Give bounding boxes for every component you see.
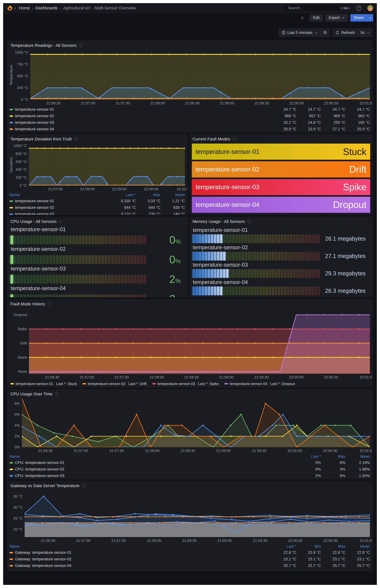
gauge-cell <box>232 252 235 261</box>
gateway-temperature-chart[interactable]: 21:56:3021:57:0021:57:3021:58:0021:58:30… <box>8 489 372 544</box>
info-icon[interactable]: i <box>232 137 236 141</box>
gauge-cell <box>108 294 111 298</box>
temperature-readings-chart[interactable]: 21:56:3021:57:0021:57:3021:58:0021:58:30… <box>8 49 372 106</box>
share-button[interactable]: Share <box>350 14 367 21</box>
series-color-swatch <box>10 558 13 560</box>
info-icon[interactable]: i <box>55 392 58 396</box>
edit-button[interactable]: Edit <box>310 14 323 21</box>
temperature-deviation-chart[interactable]: 21:57:0021:58:0021:59:0022:00:0022:01:00… <box>8 142 188 192</box>
gauge-cell <box>95 275 98 284</box>
info-icon[interactable]: i <box>79 44 83 47</box>
gauge-sensor-name: temperature-sensor-04 <box>193 279 370 285</box>
panel-title[interactable]: Temperature Deviation from Truth <box>10 137 72 142</box>
gauge-cell <box>199 269 201 278</box>
panel-title[interactable]: Gateway vs Data Server Temperature <box>10 483 79 488</box>
refresh-button[interactable]: Refresh <box>333 29 358 36</box>
help-icon[interactable]: ? <box>356 6 361 11</box>
legend-series-label[interactable]: temperature-sensor-01 <box>10 107 272 112</box>
avatar[interactable] <box>367 5 373 11</box>
legend-series-label[interactable]: temperature-sensor-03 <box>10 212 111 215</box>
gauge-sensor-name: temperature-sensor-02 <box>11 246 185 252</box>
star-icon[interactable]: ☆ <box>300 15 304 20</box>
legend-header-stat[interactable]: Max <box>321 544 345 549</box>
grafana-logo-icon[interactable] <box>7 5 13 11</box>
legend-series-label[interactable]: temperature-sensor-01Last *: Stuck <box>10 382 77 386</box>
fault-mode-history-chart[interactable]: 21:56:3021:57:0021:57:3021:58:0021:58:30… <box>8 307 372 380</box>
share-menu-button[interactable] <box>367 14 373 21</box>
legend-series-label[interactable]: Gateway: temperature-sensor-02 <box>10 557 272 561</box>
legend-header-name[interactable]: Name <box>10 544 272 549</box>
panel-title[interactable]: CPU Usage Over Time <box>10 392 53 396</box>
gauge-cell <box>95 294 98 298</box>
gauge-cell <box>36 275 39 284</box>
panel-title[interactable]: Memory Usage - All Sensors <box>192 219 245 224</box>
gauge-cell <box>40 294 42 298</box>
legend-header-name[interactable]: Name <box>10 454 296 459</box>
gauge-cell <box>214 286 216 295</box>
legend-series-label[interactable]: CPU: temperature-sensor-03 <box>10 474 296 478</box>
legend-header-stat[interactable]: Max <box>321 454 345 459</box>
panel-title[interactable]: Current Fault Modes <box>192 137 230 142</box>
time-range-picker[interactable]: Last 5 minutes <box>279 29 320 36</box>
refresh-interval-picker[interactable]: 5s <box>358 29 372 36</box>
fault-mode-stat: temperature-sensor-01Stuck <box>192 143 370 160</box>
legend-series-label[interactable]: temperature-sensor-02 <box>10 205 111 210</box>
gauge-cell <box>75 235 78 244</box>
gauge-line: 26.3 megabytes <box>192 286 370 295</box>
legend-series-label[interactable]: temperature-sensor-04Last *: Dropout <box>225 382 295 386</box>
gauge-cell <box>49 235 52 244</box>
info-icon[interactable]: i <box>74 137 78 141</box>
gauge-sensor-name: temperature-sensor-04 <box>11 285 185 291</box>
gauge-cell <box>69 235 72 244</box>
export-button[interactable]: Export <box>325 14 348 21</box>
legend-header-stat[interactable]: Mean <box>160 193 185 197</box>
legend-header-name[interactable]: Name <box>10 193 111 197</box>
svg-text:400 °C: 400 °C <box>16 167 27 172</box>
cpu-over-time-chart[interactable]: 21:56:3021:57:0021:57:3021:58:0021:58:30… <box>8 397 372 454</box>
gauge-cell <box>101 294 104 298</box>
breadcrumb-home[interactable]: Home <box>19 6 30 10</box>
legend-series-label[interactable]: temperature-sensor-03Last *: Spike <box>152 382 219 386</box>
info-icon[interactable]: i <box>47 302 51 306</box>
gauge-cell <box>114 275 117 284</box>
legend-header-stat[interactable]: Min <box>296 544 321 549</box>
legend-series-name: CPU: temperature-sensor-03 <box>15 474 64 478</box>
add-menu-button[interactable]: + <box>344 5 350 11</box>
legend-header-stat[interactable]: Last * <box>296 454 321 459</box>
info-icon[interactable]: i <box>247 220 251 224</box>
svg-text:22:00:00: 22:00:00 <box>289 375 304 379</box>
svg-text:0 °C: 0 °C <box>21 97 28 102</box>
panel-title[interactable]: Temperature Readings - All Sensors <box>10 43 76 48</box>
gauge-cell <box>232 269 235 278</box>
search-input[interactable]: ctrl+k <box>284 5 341 11</box>
legend-series-label[interactable]: temperature-sensor-02Last *: Drift <box>82 382 147 386</box>
zoom-out-button[interactable] <box>320 29 330 36</box>
legend-series-label[interactable]: CPU: temperature-sensor-02 <box>10 467 296 471</box>
legend-header-stat[interactable]: Mean <box>345 454 370 459</box>
gauge-line: 26.1 megabytes <box>192 234 370 243</box>
panel-title[interactable]: CPU Usage - All Sensors <box>10 219 57 224</box>
legend-series-label[interactable]: temperature-sensor-01 <box>10 199 111 203</box>
gauge-number: 27.1 megabytes <box>325 253 366 259</box>
search-field[interactable] <box>288 6 339 10</box>
legend-series-label[interactable]: temperature-sensor-03 <box>10 120 272 125</box>
legend-series-label[interactable]: Gateway: temperature-sensor-01 <box>10 550 272 555</box>
legend-header-stat[interactable]: Last * <box>111 193 136 197</box>
legend-header-stat[interactable]: Last * <box>272 544 296 549</box>
gauge-cell <box>223 286 226 295</box>
gauge-cell <box>117 275 120 284</box>
gauge-cell <box>208 286 210 295</box>
logo-chevron-down-icon[interactable] <box>14 7 16 9</box>
legend-header-stat[interactable]: Mean <box>345 544 370 549</box>
legend-series-label[interactable]: temperature-sensor-02 <box>10 114 272 118</box>
breadcrumb-dashboards[interactable]: Dashboards <box>35 6 57 10</box>
gauge-cell <box>311 252 314 261</box>
panel-current-fault-modes: Current Fault Modes i temperature-sensor… <box>190 134 373 215</box>
info-icon[interactable]: i <box>59 220 63 224</box>
info-icon[interactable]: i <box>82 484 86 488</box>
legend-series-label[interactable]: CPU: temperature-sensor-01 <box>10 461 296 465</box>
legend-series-label[interactable]: temperature-sensor-04 <box>10 127 272 131</box>
legend-header-stat[interactable]: Max <box>136 193 160 197</box>
legend-series-label[interactable]: Gateway: temperature-sensor-04 <box>10 564 272 568</box>
panel-title[interactable]: Fault Mode History <box>10 302 45 306</box>
